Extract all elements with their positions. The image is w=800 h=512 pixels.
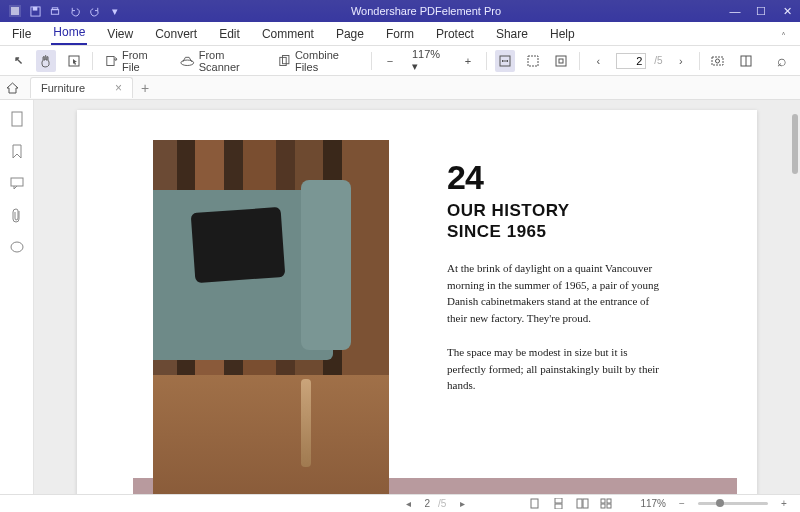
maximize-button[interactable]: ☐ — [748, 0, 774, 22]
minimize-button[interactable]: — — [722, 0, 748, 22]
separator — [371, 52, 372, 70]
menu-page[interactable]: Page — [334, 24, 366, 45]
svg-rect-15 — [712, 57, 723, 65]
svg-rect-7 — [107, 56, 114, 65]
quick-access-dropdown-icon[interactable]: ▾ — [108, 4, 122, 18]
actual-size-icon[interactable] — [551, 50, 571, 72]
tab-close-icon[interactable]: × — [115, 81, 122, 95]
zoom-slider[interactable] — [698, 502, 768, 505]
app-logo-icon — [8, 4, 22, 18]
thumbnails-icon[interactable] — [8, 110, 26, 128]
menu-edit[interactable]: Edit — [217, 24, 242, 45]
menu-view[interactable]: View — [105, 24, 135, 45]
svg-rect-19 — [12, 112, 22, 126]
quick-access: ▾ — [0, 4, 130, 18]
combine-icon — [278, 54, 291, 68]
combine-files-label: Combine Files — [295, 49, 359, 73]
comments-icon[interactable] — [8, 174, 26, 192]
select-area-tool-icon[interactable] — [64, 50, 84, 72]
svg-rect-13 — [556, 56, 566, 66]
status-next-icon[interactable]: ▸ — [454, 497, 470, 511]
view-continuous-icon[interactable] — [550, 497, 566, 511]
view-grid-icon[interactable] — [598, 497, 614, 511]
menu-protect[interactable]: Protect — [434, 24, 476, 45]
new-tab-icon[interactable]: + — [141, 80, 149, 96]
svg-rect-30 — [607, 504, 611, 508]
page-number-input[interactable] — [616, 53, 646, 69]
menu-help[interactable]: Help — [548, 24, 577, 45]
document-tab-bar: Furniture × + — [0, 76, 800, 100]
chat-icon[interactable] — [8, 238, 26, 256]
menu-file[interactable]: File — [10, 24, 33, 45]
app-title: Wondershare PDFelement Pro — [130, 5, 722, 17]
status-prev-icon[interactable]: ◂ — [401, 497, 417, 511]
zoom-slider-thumb[interactable] — [716, 499, 724, 507]
search-icon[interactable]: ⌕ — [772, 50, 792, 72]
from-scanner-label: From Scanner — [199, 49, 262, 73]
svg-rect-1 — [11, 7, 19, 15]
zoom-out-icon[interactable]: − — [380, 50, 400, 72]
combine-files-button[interactable]: Combine Files — [274, 47, 363, 75]
read-mode-icon[interactable] — [736, 50, 756, 72]
view-facing-icon[interactable] — [574, 497, 590, 511]
screenshot-icon[interactable] — [708, 50, 728, 72]
undo-icon[interactable] — [68, 4, 82, 18]
menu-form[interactable]: Form — [384, 24, 416, 45]
hand-tool-icon[interactable] — [36, 50, 56, 72]
furniture-photo — [153, 140, 389, 494]
fit-page-icon[interactable] — [523, 50, 543, 72]
page-total: /5 — [654, 55, 662, 66]
view-single-icon[interactable] — [526, 497, 542, 511]
ribbon-toolbar: ↖ From File From Scanner Combine Files −… — [0, 46, 800, 76]
separator — [92, 52, 93, 70]
svg-rect-4 — [51, 9, 58, 14]
svg-rect-27 — [601, 499, 605, 503]
status-bar: ◂ 2 /5 ▸ 117% − + — [0, 494, 800, 512]
zoom-in-icon[interactable]: + — [458, 50, 478, 72]
menu-convert[interactable]: Convert — [153, 24, 199, 45]
close-button[interactable]: ✕ — [774, 0, 800, 22]
svg-rect-22 — [531, 499, 538, 508]
attachments-icon[interactable] — [8, 206, 26, 224]
menu-share[interactable]: Share — [494, 24, 530, 45]
zoom-level[interactable]: 117% ▾ — [408, 48, 450, 73]
svg-rect-29 — [601, 504, 605, 508]
status-page-total: /5 — [438, 498, 446, 509]
from-file-label: From File — [122, 49, 164, 73]
status-zoom-in-icon[interactable]: + — [776, 497, 792, 511]
scanner-icon — [180, 54, 195, 67]
svg-rect-5 — [52, 7, 58, 9]
body-paragraph-1: At the brink of daylight on a quaint Van… — [447, 260, 667, 326]
svg-point-21 — [11, 242, 23, 252]
document-tab[interactable]: Furniture × — [30, 77, 133, 98]
title-bar: ▾ Wondershare PDFelement Pro — ☐ ✕ — [0, 0, 800, 22]
vertical-scrollbar[interactable] — [792, 114, 798, 174]
document-canvas[interactable]: 24 OUR HISTORYSINCE 1965 At the brink of… — [34, 100, 800, 494]
pointer-tool-icon[interactable]: ↖ — [8, 50, 28, 72]
side-panel — [0, 100, 34, 494]
bookmarks-icon[interactable] — [8, 142, 26, 160]
fit-width-icon[interactable] — [495, 50, 515, 72]
separator — [699, 52, 700, 70]
section-title: OUR HISTORYSINCE 1965 — [447, 200, 570, 243]
redo-icon[interactable] — [88, 4, 102, 18]
prev-page-icon[interactable]: ‹ — [588, 50, 608, 72]
save-icon[interactable] — [28, 4, 42, 18]
svg-rect-12 — [528, 56, 538, 66]
svg-point-16 — [716, 59, 720, 63]
from-scanner-button[interactable]: From Scanner — [176, 47, 266, 75]
svg-rect-14 — [559, 59, 563, 63]
next-page-icon[interactable]: › — [671, 50, 691, 72]
status-zoom-out-icon[interactable]: − — [674, 497, 690, 511]
collapse-ribbon-icon[interactable]: ˄ — [777, 28, 790, 45]
menu-home[interactable]: Home — [51, 22, 87, 45]
tab-label: Furniture — [41, 82, 85, 94]
zoom-dropdown-icon: ▾ — [412, 60, 418, 72]
home-tab-icon[interactable] — [6, 82, 26, 94]
from-file-button[interactable]: From File — [101, 47, 168, 75]
svg-rect-28 — [607, 499, 611, 503]
print-icon[interactable] — [48, 4, 62, 18]
menu-comment[interactable]: Comment — [260, 24, 316, 45]
status-zoom-level: 117% — [640, 498, 666, 509]
workspace: 24 OUR HISTORYSINCE 1965 At the brink of… — [0, 100, 800, 494]
